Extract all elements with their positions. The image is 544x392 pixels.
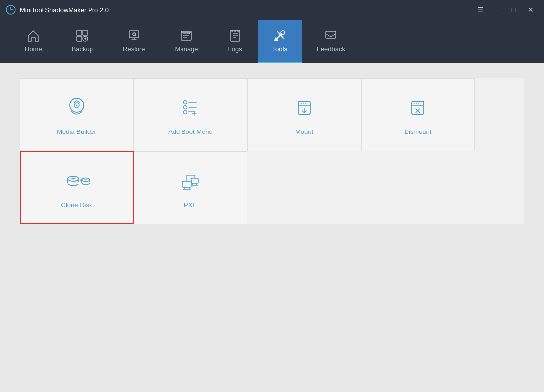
nav-label-feedback: Feedback — [317, 45, 345, 53]
menu-button[interactable]: ☰ — [473, 3, 488, 17]
media-builder-icon — [64, 94, 90, 120]
home-icon — [26, 29, 40, 43]
tool-card-pxe[interactable]: PXE — [134, 151, 247, 224]
pxe-icon — [178, 168, 203, 193]
minimize-button[interactable]: ─ — [490, 3, 504, 17]
backup-icon — [75, 29, 89, 43]
svg-point-41 — [73, 178, 74, 179]
svg-rect-51 — [191, 178, 198, 183]
nav-label-home: Home — [25, 45, 42, 53]
tools-row-2: Clone Disk — [20, 151, 524, 224]
nav-label-manage: Manage — [175, 45, 198, 53]
svg-point-25 — [76, 104, 78, 106]
clone-disk-icon — [64, 168, 90, 193]
tools-grid: Media Builder Add Boot Men — [20, 78, 524, 224]
title-bar-left: MiniTool ShadowMaker Pro 2.0 — [6, 5, 109, 15]
nav-bar: Home Backup Restore — [0, 20, 544, 63]
svg-rect-47 — [182, 181, 191, 187]
svg-point-20 — [281, 31, 285, 35]
svg-point-18 — [237, 30, 239, 32]
maximize-button[interactable]: □ — [506, 3, 521, 17]
app-logo-icon — [6, 5, 16, 15]
svg-rect-4 — [129, 31, 139, 38]
tool-card-mount[interactable]: Mount — [247, 78, 361, 151]
nav-item-tools[interactable]: Tools — [258, 20, 302, 63]
svg-rect-1 — [77, 30, 82, 35]
svg-point-26 — [184, 100, 187, 104]
clone-disk-label: Clone Disk — [61, 201, 92, 209]
main-content: Media Builder Add Boot Men — [0, 63, 544, 392]
title-bar-controls: ☰ ─ □ ✕ — [473, 3, 538, 17]
nav-item-logs[interactable]: Logs — [213, 20, 258, 63]
svg-point-28 — [184, 105, 187, 109]
media-builder-label: Media Builder — [57, 128, 96, 135]
svg-point-16 — [231, 30, 233, 32]
tool-card-add-boot-menu[interactable]: Add Boot Menu — [134, 78, 247, 151]
nav-item-feedback[interactable]: Feedback — [302, 20, 360, 63]
nav-item-restore[interactable]: Restore — [108, 20, 160, 63]
feedback-icon — [324, 29, 338, 43]
svg-rect-2 — [83, 30, 88, 35]
tools-row-1: Media Builder Add Boot Men — [20, 78, 524, 151]
svg-rect-3 — [77, 36, 82, 41]
nav-item-home[interactable]: Home — [10, 20, 57, 63]
mount-label: Mount — [295, 128, 313, 135]
nav-label-logs: Logs — [228, 45, 242, 53]
svg-point-30 — [184, 110, 187, 114]
tools-icon — [273, 29, 287, 43]
nav-label-tools: Tools — [272, 45, 287, 53]
tool-card-dismount[interactable]: Dismount — [361, 78, 475, 151]
close-button[interactable]: ✕ — [523, 3, 538, 17]
tool-card-clone-disk[interactable]: Clone Disk — [20, 151, 134, 224]
logs-icon — [228, 29, 242, 43]
title-bar: MiniTool ShadowMaker Pro 2.0 ☰ ─ □ ✕ — [0, 0, 544, 20]
add-boot-menu-label: Add Boot Menu — [168, 128, 213, 135]
nav-item-manage[interactable]: Manage — [160, 20, 213, 63]
app-title: MiniTool ShadowMaker Pro 2.0 — [20, 6, 109, 14]
dismount-label: Dismount — [405, 128, 432, 135]
add-boot-menu-icon — [178, 94, 203, 120]
nav-label-restore: Restore — [123, 45, 145, 53]
mount-icon — [291, 94, 317, 120]
manage-icon — [180, 29, 193, 43]
nav-label-backup: Backup — [72, 45, 93, 53]
svg-rect-35 — [412, 101, 424, 114]
svg-point-17 — [234, 30, 236, 32]
nav-item-backup[interactable]: Backup — [57, 20, 108, 63]
restore-icon — [127, 29, 141, 43]
dismount-icon — [405, 94, 431, 120]
tool-card-media-builder[interactable]: Media Builder — [20, 78, 134, 151]
pxe-label: PXE — [184, 201, 197, 209]
